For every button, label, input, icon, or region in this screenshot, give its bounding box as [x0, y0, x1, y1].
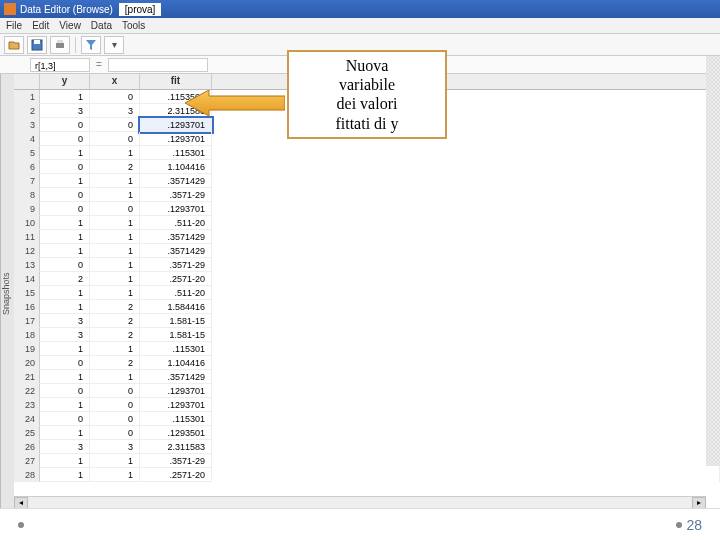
cell-y[interactable]: 1: [40, 216, 90, 230]
cell-y[interactable]: 1: [40, 286, 90, 300]
row-number[interactable]: 22: [14, 384, 40, 398]
cell-fit[interactable]: 1.104416: [140, 356, 212, 370]
cell-x[interactable]: 0: [90, 202, 140, 216]
row-number[interactable]: 25: [14, 426, 40, 440]
cell-fit[interactable]: .2571-20: [140, 468, 212, 482]
snapshots-sidebar[interactable]: Snapshots: [0, 74, 14, 519]
table-row[interactable]: 1911.115301: [14, 342, 720, 356]
cell-y[interactable]: 3: [40, 314, 90, 328]
cell-y[interactable]: 2: [40, 272, 90, 286]
cell-x[interactable]: 1: [90, 146, 140, 160]
cell-y[interactable]: 1: [40, 244, 90, 258]
cell-y[interactable]: 1: [40, 146, 90, 160]
filter-icon[interactable]: [81, 36, 101, 54]
row-number[interactable]: 21: [14, 370, 40, 384]
cell-fit[interactable]: .1293701: [140, 202, 212, 216]
cell-x[interactable]: 3: [90, 104, 140, 118]
cell-fit[interactable]: 1.581-15: [140, 328, 212, 342]
dropdown-icon[interactable]: ▾: [104, 36, 124, 54]
cell-y[interactable]: 1: [40, 174, 90, 188]
cell-y[interactable]: 3: [40, 440, 90, 454]
table-row[interactable]: 511.115301: [14, 146, 720, 160]
row-number[interactable]: 6: [14, 160, 40, 174]
cell-x[interactable]: 1: [90, 258, 140, 272]
cell-y[interactable]: 0: [40, 132, 90, 146]
cell-y[interactable]: 1: [40, 90, 90, 104]
menu-view[interactable]: View: [59, 20, 81, 31]
cell-y[interactable]: 1: [40, 426, 90, 440]
cell-y[interactable]: 0: [40, 258, 90, 272]
cell-fit[interactable]: .3571-29: [140, 454, 212, 468]
row-number[interactable]: 12: [14, 244, 40, 258]
cell-x[interactable]: 2: [90, 300, 140, 314]
cell-x[interactable]: 0: [90, 398, 140, 412]
row-number[interactable]: 28: [14, 468, 40, 482]
row-number[interactable]: 13: [14, 258, 40, 272]
row-number[interactable]: 9: [14, 202, 40, 216]
table-row[interactable]: 1211.3571429: [14, 244, 720, 258]
table-row[interactable]: 16121.584416: [14, 300, 720, 314]
col-fit-header[interactable]: fit: [140, 74, 212, 89]
cell-x[interactable]: 0: [90, 412, 140, 426]
cell-x[interactable]: 0: [90, 384, 140, 398]
row-number[interactable]: 8: [14, 188, 40, 202]
row-number[interactable]: 20: [14, 356, 40, 370]
cell-fit[interactable]: 1.581-15: [140, 314, 212, 328]
row-number[interactable]: 24: [14, 412, 40, 426]
row-number[interactable]: 18: [14, 328, 40, 342]
col-x-header[interactable]: x: [90, 74, 140, 89]
cell-y[interactable]: 3: [40, 328, 90, 342]
table-row[interactable]: 2111.3571429: [14, 370, 720, 384]
cell-y[interactable]: 1: [40, 342, 90, 356]
row-number[interactable]: 11: [14, 230, 40, 244]
cell-x[interactable]: 2: [90, 314, 140, 328]
cell-fit[interactable]: 1.584416: [140, 300, 212, 314]
cell-x[interactable]: 0: [90, 132, 140, 146]
cell-y[interactable]: 1: [40, 398, 90, 412]
menu-file[interactable]: File: [6, 20, 22, 31]
cell-fit[interactable]: .3571429: [140, 174, 212, 188]
row-number[interactable]: 14: [14, 272, 40, 286]
table-row[interactable]: 2310.1293701: [14, 398, 720, 412]
cell-y[interactable]: 0: [40, 202, 90, 216]
rownum-header[interactable]: [14, 74, 40, 89]
cell-y[interactable]: 1: [40, 230, 90, 244]
cell-fit[interactable]: .1293701: [140, 398, 212, 412]
cell-fit[interactable]: .511-20: [140, 216, 212, 230]
table-row[interactable]: 17321.581-15: [14, 314, 720, 328]
row-number[interactable]: 5: [14, 146, 40, 160]
table-row[interactable]: 1421.2571-20: [14, 272, 720, 286]
cell-fit[interactable]: .3571429: [140, 370, 212, 384]
cell-y[interactable]: 1: [40, 468, 90, 482]
cell-fit[interactable]: .115301: [140, 342, 212, 356]
row-number[interactable]: 7: [14, 174, 40, 188]
row-number[interactable]: 15: [14, 286, 40, 300]
cell-reference[interactable]: r[1,3]: [30, 58, 90, 72]
cell-x[interactable]: 1: [90, 454, 140, 468]
table-row[interactable]: 1301.3571-29: [14, 258, 720, 272]
cell-fit[interactable]: .2571-20: [140, 272, 212, 286]
cell-y[interactable]: 0: [40, 412, 90, 426]
open-icon[interactable]: [4, 36, 24, 54]
table-row[interactable]: 18321.581-15: [14, 328, 720, 342]
document-tab[interactable]: [prova]: [119, 3, 162, 16]
row-number[interactable]: 27: [14, 454, 40, 468]
cell-x[interactable]: 0: [90, 90, 140, 104]
row-number[interactable]: 1: [14, 90, 40, 104]
cell-fit[interactable]: .115301: [140, 412, 212, 426]
col-y-header[interactable]: y: [40, 74, 90, 89]
cell-x[interactable]: 1: [90, 244, 140, 258]
cell-x[interactable]: 1: [90, 468, 140, 482]
cell-fit[interactable]: .511-20: [140, 286, 212, 300]
cell-x[interactable]: 1: [90, 188, 140, 202]
row-number[interactable]: 10: [14, 216, 40, 230]
row-number[interactable]: 17: [14, 314, 40, 328]
cell-y[interactable]: 0: [40, 356, 90, 370]
cell-fit[interactable]: .115301: [140, 146, 212, 160]
row-number[interactable]: 2: [14, 104, 40, 118]
cell-fit[interactable]: .3571429: [140, 230, 212, 244]
cell-fit[interactable]: .3571-29: [140, 258, 212, 272]
cell-fit[interactable]: .3571-29: [140, 188, 212, 202]
vertical-scrollbar[interactable]: [706, 56, 720, 466]
row-number[interactable]: 26: [14, 440, 40, 454]
